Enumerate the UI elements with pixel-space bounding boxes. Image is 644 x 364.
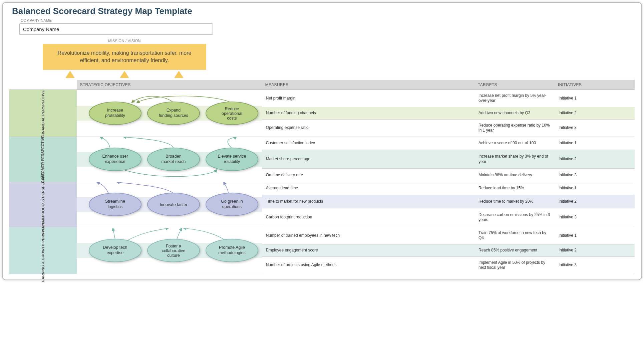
company-name-input[interactable] (19, 23, 213, 35)
target-cell: Increase market share by 3% by end of ye… (474, 150, 555, 169)
svg-text:market reach: market reach (161, 159, 186, 164)
target-cell: Increase net profit margin by 5% year-ov… (474, 89, 555, 107)
measure-cell: Number of projects using Agile methods (262, 256, 474, 274)
svg-text:logistics: logistics (107, 204, 122, 209)
measure-cell: Operating expense ratio (262, 119, 474, 137)
svg-text:collaborative: collaborative (162, 248, 185, 253)
target-cell: Reduce operating expense ratio by 10% in… (474, 119, 555, 137)
objectives-customer: Enhance user experience Broaden market r… (77, 137, 262, 182)
measure-cell: Carbon footprint reduction (262, 208, 474, 227)
svg-text:Develop tech: Develop tech (103, 245, 127, 250)
objectives-financial: Increase profitability Expand funding so… (77, 89, 262, 137)
initiative-cell: Initiative 1 (555, 89, 635, 107)
svg-text:profitability: profitability (105, 113, 125, 118)
svg-text:Promote Agile: Promote Agile (219, 245, 245, 250)
measure-cell: Employee engagement score (262, 244, 474, 256)
svg-text:Go green in: Go green in (221, 199, 243, 204)
header-targets: TARGETS (474, 80, 555, 89)
svg-text:Streamline: Streamline (105, 199, 125, 204)
initiative-cell: Initiative 2 (555, 195, 635, 208)
initiative-cell: Initiative 3 (555, 208, 635, 227)
mission-statement: Revolutionize mobility, making transport… (43, 44, 206, 70)
target-cell: Implement Agile in 50% of projects by ne… (474, 256, 555, 274)
objectives-learning-growth: Develop tech expertise Foster a collabor… (77, 227, 262, 274)
svg-text:methodologies: methodologies (218, 250, 245, 255)
measure-cell: Average lead time (262, 182, 474, 195)
svg-text:costs: costs (227, 116, 237, 121)
initiative-cell: Initiative 1 (555, 182, 635, 195)
target-cell: Reach 85% positive engagement (474, 244, 555, 256)
target-cell: Add two new channels by Q3 (474, 107, 555, 119)
svg-text:operational: operational (222, 111, 242, 116)
measure-cell: Number of funding channels (262, 107, 474, 119)
header-measures: MEASURES (262, 80, 474, 89)
svg-text:Expand: Expand (166, 108, 180, 113)
initiative-cell: Initiative 3 (555, 169, 635, 182)
company-name-label: COMPANY NAME (21, 18, 635, 22)
target-cell: Decrease carbon emissions by 25% in 3 ye… (474, 208, 555, 227)
initiative-cell: Initiative 1 (555, 227, 635, 244)
svg-text:Reduce: Reduce (225, 107, 239, 111)
target-cell: Maintain 98% on-time delivery (474, 169, 555, 182)
initiative-cell: Initiative 2 (555, 150, 635, 169)
target-cell: Train 75% of workforce in new tech by Q4 (474, 227, 555, 244)
measure-cell: Number of trained employees in new tech (262, 227, 474, 244)
initiative-cell: Initiative 3 (555, 119, 635, 137)
measure-cell: Net profit margin (262, 89, 474, 107)
svg-text:culture: culture (167, 253, 180, 258)
scorecard-table: STRATEGIC OBJECTIVES MEASURES TARGETS IN… (9, 80, 635, 274)
svg-text:Broaden: Broaden (166, 154, 181, 159)
target-cell: Achieve a score of 90 out of 100 (474, 137, 555, 150)
initiative-cell: Initiative 3 (555, 256, 635, 274)
initiative-cell: Initiative 1 (555, 137, 635, 150)
target-cell: Reduce time to market by 20% (474, 195, 555, 208)
mission-vision-label: MISSION / VISION (43, 39, 206, 43)
svg-text:funding sources: funding sources (159, 113, 188, 118)
svg-text:Increase: Increase (107, 108, 123, 113)
measure-cell: Market share percentage (262, 150, 474, 169)
svg-text:operations: operations (222, 204, 242, 209)
svg-text:Foster a: Foster a (166, 244, 181, 248)
perspective-label-learning-growth: LEARNING & GROWTH PERSPECTIVE (9, 227, 77, 274)
perspective-label-financial: FINANCIAL PERSPECTIVE (9, 89, 77, 137)
measure-cell: Time to market for new products (262, 195, 474, 208)
initiative-cell: Initiative 2 (555, 107, 635, 119)
up-arrow-icon (175, 71, 183, 78)
header-objectives: STRATEGIC OBJECTIVES (77, 80, 262, 89)
mission-arrows (43, 71, 206, 78)
measure-cell: On-time delivery rate (262, 169, 474, 182)
objectives-internal-process: Streamline logistics Innovate faster Go … (77, 182, 262, 227)
svg-text:reliability: reliability (224, 159, 240, 164)
svg-text:expertise: expertise (106, 250, 123, 255)
svg-text:Elevate service: Elevate service (218, 154, 246, 159)
up-arrow-icon (120, 71, 129, 78)
svg-text:Innovate faster: Innovate faster (159, 202, 187, 207)
svg-text:Enhance user: Enhance user (102, 154, 128, 159)
up-arrow-icon (66, 71, 74, 78)
initiative-cell: Initiative 2 (555, 244, 635, 256)
svg-text:experience: experience (105, 159, 125, 164)
measure-cell: Customer satisfaction index (262, 137, 474, 150)
target-cell: Reduce lead time by 15% (474, 182, 555, 195)
page-title: Balanced Scorecard Strategy Map Template (12, 6, 635, 16)
header-initiatives: INITIATIVES (555, 80, 635, 89)
